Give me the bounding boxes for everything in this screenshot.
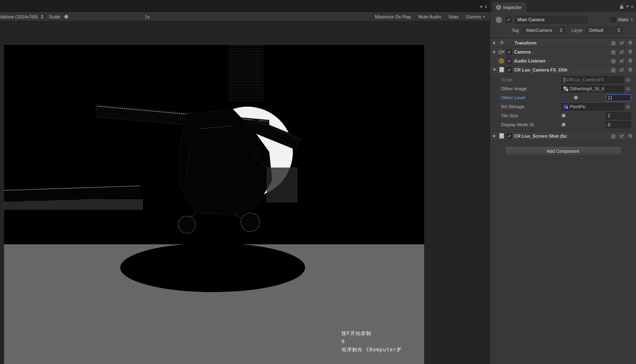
- screen-shot-enabled-checkbox[interactable]: ✓: [506, 133, 512, 139]
- component-header-transform[interactable]: Transform ▤ ⚙: [490, 38, 636, 47]
- dither-image-value: DitherImg4_16_6: [570, 86, 604, 91]
- gear-icon[interactable]: ⚙: [628, 58, 633, 63]
- gear-icon[interactable]: ⚙: [628, 49, 633, 54]
- stats-button[interactable]: Stats: [448, 14, 458, 19]
- static-label: Static: [618, 17, 629, 22]
- foldout-arrow-icon[interactable]: [493, 50, 496, 54]
- foldout-arrow-icon[interactable]: [493, 41, 496, 45]
- inspector-panel: i Inspector ▾ ≡ ✓: [490, 0, 636, 364]
- script-icon: [498, 133, 505, 138]
- gameobject-active-checkbox[interactable]: ✓: [506, 17, 512, 22]
- presets-icon[interactable]: [619, 58, 624, 63]
- dither-level-slider[interactable]: [562, 95, 600, 100]
- component-title: CR Luo_Camera FX_Dith: [514, 67, 611, 72]
- property-row-script: Script CRLuo_CameraFX ◎: [490, 75, 636, 84]
- presets-icon[interactable]: [619, 67, 624, 72]
- docs-icon[interactable]: ▤: [611, 40, 616, 45]
- game-tab-strip: ▾ ≡: [0, 0, 490, 12]
- layer-dropdown[interactable]: Default: [586, 27, 623, 34]
- display-mode-slider[interactable]: [562, 122, 600, 127]
- component-title: Camera: [514, 49, 611, 54]
- docs-icon[interactable]: ▤: [611, 58, 616, 63]
- static-checkbox[interactable]: ✓: [611, 17, 616, 22]
- scale-slider-knob[interactable]: [64, 15, 68, 19]
- tag-label: Tag: [512, 28, 519, 33]
- camera-fx-enabled-checkbox[interactable]: ✓: [506, 67, 512, 73]
- overlay-line-1: 按F开始录制: [342, 329, 402, 337]
- pane-menu-icon[interactable]: ≡: [631, 4, 634, 9]
- gear-icon[interactable]: ⚙: [628, 40, 633, 45]
- tile-size-value: 1: [608, 113, 610, 118]
- property-row-rg-bimage: RG Bimage PixelPic ◎: [490, 102, 636, 111]
- display-mode-value-field[interactable]: 0: [606, 121, 631, 128]
- script-object-field[interactable]: CRLuo_CameraFX: [562, 76, 624, 83]
- lock-icon[interactable]: [620, 4, 624, 9]
- foldout-arrow-icon[interactable]: [493, 134, 496, 138]
- gameobject-name-field[interactable]: Main Camera: [515, 16, 587, 23]
- mute-audio-button[interactable]: Mute Audio: [418, 14, 441, 19]
- tile-size-label: Tile Size: [501, 113, 562, 118]
- texture-thumb-icon: [564, 87, 568, 91]
- presets-icon[interactable]: [619, 134, 624, 138]
- transform-icon: [498, 40, 505, 45]
- component-header-screen-shot[interactable]: ✓ CR Luo_Screen Shot (Sc ▤ ⚙: [490, 131, 636, 140]
- tag-value: MainCamera: [526, 28, 552, 33]
- pane-menu-icon[interactable]: ≡: [485, 4, 487, 9]
- docs-icon[interactable]: ▤: [611, 49, 616, 54]
- enum-arrows-icon: [618, 28, 620, 32]
- tab-inspector-label: Inspector: [503, 5, 521, 10]
- tag-dropdown[interactable]: MainCamera: [523, 27, 565, 34]
- component-title: Transform: [515, 40, 611, 45]
- add-component-button[interactable]: Add Component: [505, 146, 622, 156]
- rg-bimage-label: RG Bimage: [501, 104, 562, 109]
- presets-icon[interactable]: [619, 49, 624, 54]
- dither-image-object-field[interactable]: DitherImg4_16_6: [562, 85, 624, 92]
- docs-icon[interactable]: ▤: [611, 134, 616, 138]
- maximize-on-play-button[interactable]: Maximize On Play: [375, 14, 411, 19]
- info-icon: i: [496, 5, 501, 10]
- script-icon: [564, 77, 564, 82]
- camera-icon: [498, 49, 505, 54]
- component-title: CR Luo_Screen Shot (Sc: [514, 134, 611, 138]
- dithered-scene: [4, 45, 424, 364]
- component-header-camera[interactable]: ✓ Camera ▤ ⚙: [490, 47, 636, 56]
- camera-fx-properties: Script CRLuo_CameraFX ◎ Dither Image: [490, 74, 636, 131]
- layer-label: Layer: [571, 28, 583, 33]
- display-resolution-dropdown[interactable]: dalone (1024x768): [0, 14, 43, 19]
- foldout-arrow-icon[interactable]: [493, 69, 496, 71]
- game-overlay-text: 按F开始录制 0 程序制作 CRomputer罗: [342, 329, 402, 354]
- overlay-line-2: 0: [342, 337, 402, 346]
- gear-icon[interactable]: ⚙: [628, 67, 633, 72]
- presets-icon[interactable]: [619, 40, 624, 45]
- tile-size-slider[interactable]: [562, 113, 600, 118]
- rg-bimage-object-field[interactable]: PixelPic: [562, 103, 624, 110]
- slider-knob[interactable]: [562, 123, 566, 127]
- component-header-audio-listener[interactable]: ✓ Audio Listener ▤ ⚙: [490, 56, 636, 65]
- game-view-background: 按F开始录制 0 程序制作 CRomputer罗: [0, 22, 490, 364]
- slider-knob[interactable]: [574, 96, 578, 100]
- object-picker-icon[interactable]: ◎: [626, 104, 630, 109]
- gear-icon[interactable]: ⚙: [628, 134, 633, 138]
- components-end-divider: [490, 140, 636, 141]
- tile-size-value-field[interactable]: 1: [606, 112, 631, 119]
- rg-bimage-value: PixelPic: [570, 104, 586, 109]
- gizmos-dropdown[interactable]: Gizmos ▾: [466, 14, 485, 19]
- gameobject-cube-icon[interactable]: [495, 16, 503, 24]
- object-picker-icon[interactable]: ◎: [626, 77, 630, 82]
- text-caret: [611, 96, 611, 100]
- enum-arrows-icon: [560, 28, 562, 32]
- pane-caret-icon[interactable]: ▾: [626, 4, 629, 9]
- camera-enabled-checkbox[interactable]: ✓: [506, 49, 512, 55]
- slider-knob[interactable]: [562, 114, 566, 118]
- scale-slider-track: [63, 16, 142, 17]
- static-dropdown[interactable]: ✓ Static ▾: [611, 17, 633, 22]
- dither-level-value-field[interactable]: 1: [606, 94, 631, 101]
- script-icon: [498, 67, 505, 72]
- docs-icon[interactable]: ▤: [611, 67, 616, 72]
- scale-slider[interactable]: [63, 14, 142, 19]
- pane-caret-icon[interactable]: ▾: [480, 4, 483, 9]
- audio-listener-enabled-checkbox[interactable]: ✓: [506, 58, 512, 64]
- component-header-camera-fx[interactable]: ✓ CR Luo_Camera FX_Dith ▤ ⚙: [490, 65, 636, 74]
- object-picker-icon[interactable]: ◎: [626, 86, 630, 91]
- tab-inspector[interactable]: i Inspector: [493, 2, 526, 12]
